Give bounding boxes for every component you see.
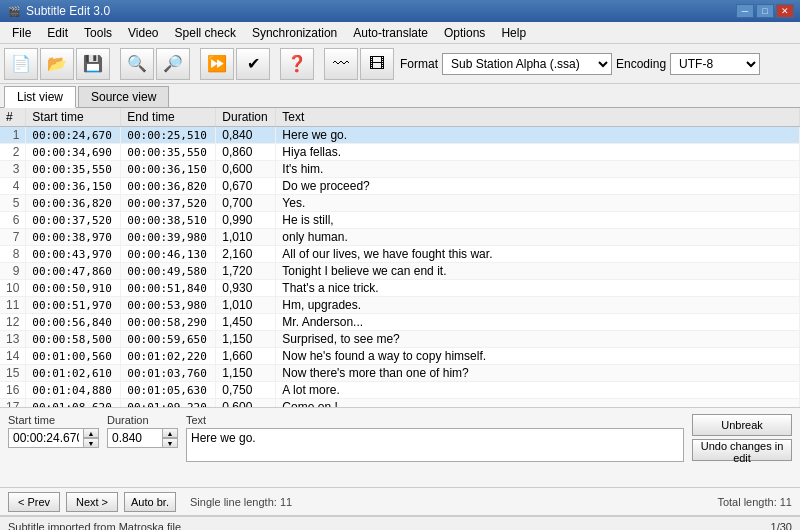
close-button[interactable]: ✕ bbox=[776, 4, 794, 18]
encoding-select[interactable]: UTF-8 bbox=[670, 53, 760, 75]
table-row[interactable]: 8 00:00:43,970 00:00:46,130 2,160 All of… bbox=[0, 246, 800, 263]
cell-start: 00:01:08,620 bbox=[26, 399, 121, 409]
next-button[interactable]: Next > bbox=[66, 492, 118, 512]
table-row[interactable]: 13 00:00:58,500 00:00:59,650 1,150 Surpr… bbox=[0, 331, 800, 348]
open-button[interactable]: 📂 bbox=[40, 48, 74, 80]
spell-check-button[interactable]: ✔ bbox=[236, 48, 270, 80]
total-length-info: Total length: 11 bbox=[717, 496, 792, 508]
format-group: Format Sub Station Alpha (.ssa) Encoding… bbox=[400, 53, 760, 75]
table-row[interactable]: 5 00:00:36,820 00:00:37,520 0,700 Yes. bbox=[0, 195, 800, 212]
table-row[interactable]: 12 00:00:56,840 00:00:58,290 1,450 Mr. A… bbox=[0, 314, 800, 331]
encoding-label: Encoding bbox=[616, 57, 666, 71]
table-row[interactable]: 10 00:00:50,910 00:00:51,840 0,930 That'… bbox=[0, 280, 800, 297]
menu-item-spell-check[interactable]: Spell check bbox=[167, 22, 244, 43]
duration-spinners: ▲ ▼ bbox=[162, 428, 178, 448]
new-button[interactable]: 📄 bbox=[4, 48, 38, 80]
format-select[interactable]: Sub Station Alpha (.ssa) bbox=[442, 53, 612, 75]
cell-start: 00:00:36,150 bbox=[26, 178, 121, 195]
cell-text: Tonight I believe we can end it. bbox=[276, 263, 800, 280]
duration-input[interactable] bbox=[107, 428, 162, 448]
col-start: Start time bbox=[26, 108, 121, 127]
cell-text: Hm, upgrades. bbox=[276, 297, 800, 314]
visual-sync-button[interactable]: ⏩ bbox=[200, 48, 234, 80]
text-group: Text bbox=[186, 414, 684, 462]
tab-list-view[interactable]: List view bbox=[4, 86, 76, 108]
duration-down[interactable]: ▼ bbox=[162, 438, 178, 448]
cell-end: 00:00:58,290 bbox=[121, 314, 216, 331]
duration-up[interactable]: ▲ bbox=[162, 428, 178, 438]
tab-source-view[interactable]: Source view bbox=[78, 86, 169, 107]
table-body: 1 00:00:24,670 00:00:25,510 0,840 Here w… bbox=[0, 127, 800, 409]
start-time-input[interactable] bbox=[8, 428, 83, 448]
table-row[interactable]: 4 00:00:36,150 00:00:36,820 0,670 Do we … bbox=[0, 178, 800, 195]
table-row[interactable]: 11 00:00:51,970 00:00:53,980 1,010 Hm, u… bbox=[0, 297, 800, 314]
cell-end: 00:01:05,630 bbox=[121, 382, 216, 399]
menu-item-auto-translate[interactable]: Auto-translate bbox=[345, 22, 436, 43]
cell-dur: 0,600 bbox=[216, 161, 276, 178]
menu-item-tools[interactable]: Tools bbox=[76, 22, 120, 43]
cell-end: 00:01:09,220 bbox=[121, 399, 216, 409]
cell-text: He is still, bbox=[276, 212, 800, 229]
cell-end: 00:00:25,510 bbox=[121, 127, 216, 144]
cell-num: 11 bbox=[0, 297, 26, 314]
menu-item-edit[interactable]: Edit bbox=[39, 22, 76, 43]
menu-item-video[interactable]: Video bbox=[120, 22, 166, 43]
table-container[interactable]: # Start time End time Duration Text 1 00… bbox=[0, 108, 800, 408]
table-row[interactable]: 15 00:01:02,610 00:01:03,760 1,150 Now t… bbox=[0, 365, 800, 382]
cell-text: A lot more. bbox=[276, 382, 800, 399]
search-button[interactable]: 🔍 bbox=[120, 48, 154, 80]
table-row[interactable]: 6 00:00:37,520 00:00:38,510 0,990 He is … bbox=[0, 212, 800, 229]
help-button[interactable]: ❓ bbox=[280, 48, 314, 80]
cell-text: Yes. bbox=[276, 195, 800, 212]
start-time-up[interactable]: ▲ bbox=[83, 428, 99, 438]
cell-end: 00:00:51,840 bbox=[121, 280, 216, 297]
cell-end: 00:00:37,520 bbox=[121, 195, 216, 212]
table-row[interactable]: 1 00:00:24,670 00:00:25,510 0,840 Here w… bbox=[0, 127, 800, 144]
app-icon: 🎬 bbox=[6, 3, 22, 19]
cell-text: All of our lives, we have fought this wa… bbox=[276, 246, 800, 263]
page-indicator: 1/30 bbox=[771, 521, 792, 531]
table-row[interactable]: 2 00:00:34,690 00:00:35,550 0,860 Hiya f… bbox=[0, 144, 800, 161]
text-label: Text bbox=[186, 414, 684, 426]
video-button[interactable]: 🎞 bbox=[360, 48, 394, 80]
auto-br-button[interactable]: Auto br. bbox=[124, 492, 176, 512]
cell-num: 5 bbox=[0, 195, 26, 212]
unbreak-button[interactable]: Unbreak bbox=[692, 414, 792, 436]
duration-spin: ▲ ▼ bbox=[107, 428, 178, 448]
menu-item-options[interactable]: Options bbox=[436, 22, 493, 43]
save-button[interactable]: 💾 bbox=[76, 48, 110, 80]
table-row[interactable]: 14 00:01:00,560 00:01:02,220 1,660 Now h… bbox=[0, 348, 800, 365]
table-row[interactable]: 3 00:00:35,550 00:00:36,150 0,600 It's h… bbox=[0, 161, 800, 178]
maximize-button[interactable]: □ bbox=[756, 4, 774, 18]
table-row[interactable]: 7 00:00:38,970 00:00:39,980 1,010 only h… bbox=[0, 229, 800, 246]
title-bar-left: 🎬 Subtitle Edit 3.0 bbox=[6, 3, 110, 19]
table-row[interactable]: 16 00:01:04,880 00:01:05,630 0,750 A lot… bbox=[0, 382, 800, 399]
cell-dur: 1,660 bbox=[216, 348, 276, 365]
table-row[interactable]: 17 00:01:08,620 00:01:09,220 0,600 Come … bbox=[0, 399, 800, 409]
table-row[interactable]: 9 00:00:47,860 00:00:49,580 1,720 Tonigh… bbox=[0, 263, 800, 280]
cell-end: 00:01:03,760 bbox=[121, 365, 216, 382]
cell-start: 00:00:35,550 bbox=[26, 161, 121, 178]
start-time-down[interactable]: ▼ bbox=[83, 438, 99, 448]
window-controls: ─ □ ✕ bbox=[736, 4, 794, 18]
cell-end: 00:00:35,550 bbox=[121, 144, 216, 161]
cell-num: 2 bbox=[0, 144, 26, 161]
start-time-group: Start time ▲ ▼ bbox=[8, 414, 99, 448]
menu-item-synchronization[interactable]: Synchronization bbox=[244, 22, 345, 43]
menu-item-help[interactable]: Help bbox=[493, 22, 534, 43]
bottom-bar: < Prev Next > Auto br. Single line lengt… bbox=[0, 488, 800, 516]
cell-dur: 0,930 bbox=[216, 280, 276, 297]
menu-item-file[interactable]: File bbox=[4, 22, 39, 43]
undo-changes-button[interactable]: Undo changes in edit bbox=[692, 439, 792, 461]
text-edit[interactable] bbox=[186, 428, 684, 462]
minimize-button[interactable]: ─ bbox=[736, 4, 754, 18]
cell-num: 6 bbox=[0, 212, 26, 229]
waveform-button[interactable]: 〰 bbox=[324, 48, 358, 80]
cell-end: 00:00:49,580 bbox=[121, 263, 216, 280]
prev-button[interactable]: < Prev bbox=[8, 492, 60, 512]
find-replace-button[interactable]: 🔎 bbox=[156, 48, 190, 80]
start-time-label: Start time bbox=[8, 414, 99, 426]
cell-start: 00:00:43,970 bbox=[26, 246, 121, 263]
cell-dur: 0,600 bbox=[216, 399, 276, 409]
window-title: Subtitle Edit 3.0 bbox=[26, 4, 110, 18]
